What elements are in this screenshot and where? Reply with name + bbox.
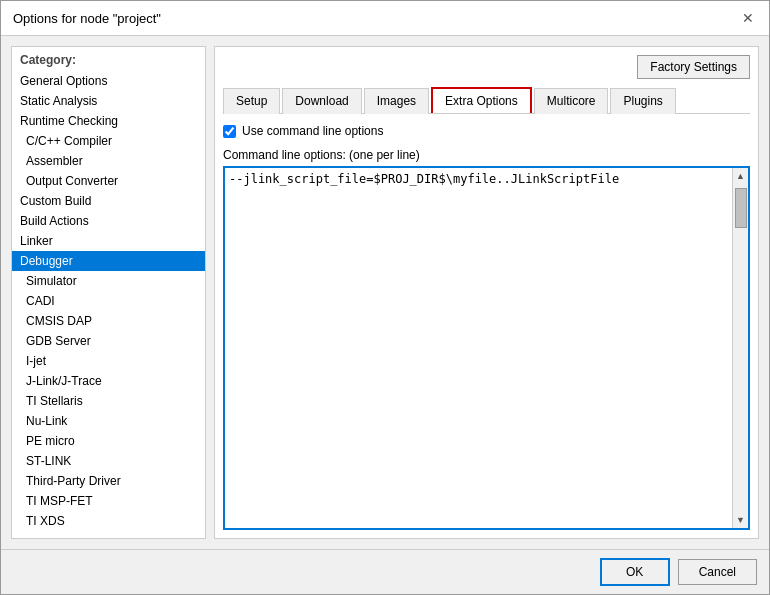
dialog-title: Options for node "project" <box>13 11 161 26</box>
close-button[interactable]: ✕ <box>739 9 757 27</box>
use-cmdline-row: Use command line options <box>223 124 750 138</box>
sidebar-item-ti-xds[interactable]: TI XDS <box>12 511 205 531</box>
vertical-scrollbar[interactable]: ▲ ▼ <box>732 168 748 528</box>
dialog: Options for node "project" ✕ Category: G… <box>0 0 770 595</box>
sidebar-item-linker[interactable]: Linker <box>12 231 205 251</box>
cmd-options-label: Command line options: (one per line) <box>223 148 750 162</box>
category-sidebar: Category: General OptionsStatic Analysis… <box>11 46 206 539</box>
main-panel: Factory Settings SetupDownloadImagesExtr… <box>214 46 759 539</box>
sidebar-item-runtime-checking[interactable]: Runtime Checking <box>12 111 205 131</box>
sidebar-item-jlink-jtrace[interactable]: J-Link/J-Trace <box>12 371 205 391</box>
sidebar-item-debugger[interactable]: Debugger <box>12 251 205 271</box>
cmd-textarea-wrapper: ▲ ▼ <box>223 166 750 530</box>
sidebar-item-general-options[interactable]: General Options <box>12 71 205 91</box>
sidebar-item-build-actions[interactable]: Build Actions <box>12 211 205 231</box>
tab-extra-options[interactable]: Extra Options <box>431 87 532 113</box>
tab-download[interactable]: Download <box>282 88 361 114</box>
sidebar-item-i-jet[interactable]: I-jet <box>12 351 205 371</box>
tab-plugins[interactable]: Plugins <box>610 88 675 114</box>
scrollbar-thumb[interactable] <box>735 188 747 228</box>
title-bar: Options for node "project" ✕ <box>1 1 769 36</box>
sidebar-item-ti-stellaris[interactable]: TI Stellaris <box>12 391 205 411</box>
scroll-down-arrow[interactable]: ▼ <box>733 512 748 528</box>
dialog-footer: OK Cancel <box>1 549 769 594</box>
use-cmdline-label: Use command line options <box>242 124 383 138</box>
factory-settings-button[interactable]: Factory Settings <box>637 55 750 79</box>
sidebar-item-cmsis-dap[interactable]: CMSIS DAP <box>12 311 205 331</box>
sidebar-item-st-link[interactable]: ST-LINK <box>12 451 205 471</box>
sidebar-item-ti-msp-fet[interactable]: TI MSP-FET <box>12 491 205 511</box>
tab-content: Use command line options Command line op… <box>223 124 750 530</box>
sidebar-item-assembler[interactable]: Assembler <box>12 151 205 171</box>
sidebar-item-gdb-server[interactable]: GDB Server <box>12 331 205 351</box>
ok-button[interactable]: OK <box>600 558 670 586</box>
sidebar-item-static-analysis[interactable]: Static Analysis <box>12 91 205 111</box>
use-cmdline-checkbox[interactable] <box>223 125 236 138</box>
sidebar-item-nu-link[interactable]: Nu-Link <box>12 411 205 431</box>
sidebar-item-cadi[interactable]: CADI <box>12 291 205 311</box>
tabs-row: SetupDownloadImagesExtra OptionsMulticor… <box>223 87 750 114</box>
factory-btn-row: Factory Settings <box>223 55 750 79</box>
cmd-options-textarea[interactable] <box>225 168 732 528</box>
tab-images[interactable]: Images <box>364 88 429 114</box>
sidebar-item-output-converter[interactable]: Output Converter <box>12 171 205 191</box>
sidebar-item-simulator[interactable]: Simulator <box>12 271 205 291</box>
category-label: Category: <box>12 47 205 71</box>
scrollbar-track <box>733 184 748 512</box>
scroll-up-arrow[interactable]: ▲ <box>733 168 748 184</box>
sidebar-item-pe-micro[interactable]: PE micro <box>12 431 205 451</box>
tab-setup[interactable]: Setup <box>223 88 280 114</box>
sidebar-item-cpp-compiler[interactable]: C/C++ Compiler <box>12 131 205 151</box>
sidebar-item-third-party-driver[interactable]: Third-Party Driver <box>12 471 205 491</box>
dialog-body: Category: General OptionsStatic Analysis… <box>1 36 769 549</box>
cancel-button[interactable]: Cancel <box>678 559 757 585</box>
sidebar-item-custom-build[interactable]: Custom Build <box>12 191 205 211</box>
tab-multicore[interactable]: Multicore <box>534 88 609 114</box>
